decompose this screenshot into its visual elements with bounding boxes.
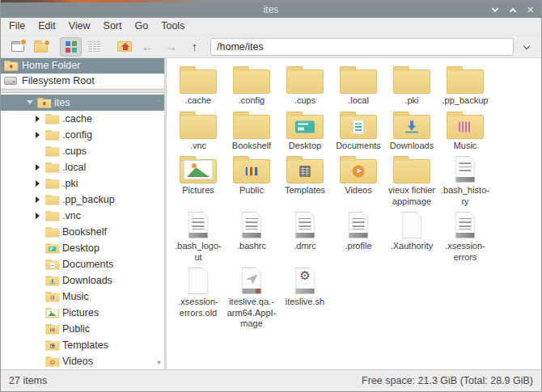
menu-item[interactable]: File (2, 18, 32, 35)
tree-item[interactable]: Desktop (1, 240, 164, 256)
expander-icon[interactable] (33, 292, 43, 301)
expander-icon[interactable] (33, 227, 43, 237)
file-item[interactable]: ⚙ iteslive.sh (278, 266, 332, 330)
scroll-up-arrow[interactable]: ▲ (156, 97, 162, 103)
menu-item[interactable]: View (62, 18, 97, 35)
expander-icon[interactable] (33, 195, 43, 204)
expander-icon[interactable] (33, 146, 43, 156)
folder-documents-icon (340, 112, 377, 139)
tree-item[interactable]: Videos (1, 353, 164, 369)
expander-icon[interactable] (33, 243, 43, 253)
file-item[interactable]: .Xauthority (385, 210, 438, 263)
menu-item[interactable]: Edit (32, 18, 62, 35)
file-item[interactable]: .cups (278, 65, 332, 107)
tree-item[interactable]: .pp_backup (1, 192, 164, 208)
up-button[interactable]: ↑ (184, 37, 205, 57)
file-item[interactable]: Documents (332, 110, 385, 152)
tree-item[interactable]: .local (1, 159, 164, 175)
file-item[interactable]: .xsession- errors (438, 210, 492, 263)
expander-icon[interactable] (33, 356, 43, 366)
expander-icon[interactable] (33, 162, 43, 172)
place-item[interactable]: Home Folder (1, 58, 164, 74)
tree-item[interactable]: .vnc (1, 208, 164, 224)
file-item[interactable]: Videos (332, 154, 385, 207)
tree-item[interactable]: Public (1, 321, 164, 337)
maximize-button[interactable] (507, 5, 518, 15)
file-label: Pictures (182, 185, 214, 196)
drive-icon (4, 75, 19, 86)
file-item[interactable]: .bashrc (225, 210, 278, 263)
file-item[interactable]: iteslive.qa.- arm64.AppI- mage (225, 266, 278, 330)
expander-icon[interactable] (33, 114, 43, 124)
file-label: Bookshelf (232, 141, 271, 152)
up-arrow-icon: ↑ (192, 40, 198, 53)
file-view[interactable]: .cache .config .cups .local .pki (167, 58, 541, 369)
path-dropdown-button[interactable] (518, 37, 536, 57)
tree-item[interactable]: Documents (1, 256, 164, 272)
file-item[interactable]: .local (332, 65, 385, 107)
file-item[interactable]: .vnc (171, 110, 225, 152)
place-label: Home Folder (22, 60, 80, 71)
tree-item[interactable]: Bookshelf (1, 224, 164, 240)
tree-item[interactable]: .cache (1, 111, 164, 127)
expander-icon[interactable] (33, 324, 43, 334)
tree-item[interactable]: Music (1, 289, 164, 305)
file-item[interactable]: Desktop (278, 110, 332, 152)
file-item[interactable]: .config (225, 65, 278, 107)
expander-icon[interactable] (33, 130, 43, 140)
expander-icon[interactable] (33, 340, 43, 350)
file-item[interactable]: Music (438, 110, 492, 152)
file-item[interactable]: .cache (171, 65, 225, 107)
close-button[interactable]: ✕ (525, 5, 536, 15)
tree-item[interactable]: ites (1, 95, 164, 111)
file-item[interactable]: Templates (278, 154, 332, 207)
expander-icon[interactable] (33, 308, 43, 318)
menu-item[interactable]: Go (129, 18, 155, 35)
file-item[interactable]: .profile (332, 210, 385, 263)
home-button[interactable] (113, 37, 135, 57)
expander-icon[interactable] (33, 276, 43, 285)
tree-item[interactable]: Pictures (1, 305, 164, 321)
file-item[interactable]: .dmrc (278, 210, 332, 263)
list-view-button[interactable] (83, 37, 105, 57)
new-window-button[interactable] (6, 37, 28, 57)
file-item[interactable]: Pictures (171, 154, 225, 207)
expander-icon[interactable] (25, 98, 35, 107)
folder-icon (340, 66, 377, 94)
tree-item[interactable]: .cups (1, 143, 164, 159)
file-item[interactable]: .xsession- errors.old (171, 266, 225, 330)
expander-icon[interactable] (33, 259, 43, 269)
expander-icon[interactable] (33, 179, 43, 188)
file-item[interactable]: .pp_backup (438, 65, 492, 107)
forward-button[interactable]: → (160, 37, 182, 57)
tree-item[interactable]: Downloads (1, 272, 164, 289)
directory-tree: ▲ ▼ ites .cache .config (1, 93, 164, 369)
text-file-icon (233, 212, 270, 239)
file-label: Documents (336, 141, 381, 152)
tree-item[interactable]: Templates (1, 337, 164, 353)
file-item[interactable]: vieux fichier appimage (385, 154, 438, 207)
menu-item[interactable]: Tools (155, 18, 191, 35)
scroll-down-arrow[interactable]: ▼ (156, 360, 162, 365)
chevron-down-icon (523, 42, 530, 48)
place-item[interactable]: Filesystem Root (1, 74, 164, 89)
tree-item[interactable]: .config (1, 127, 164, 143)
file-item[interactable]: Public (225, 154, 278, 207)
back-button[interactable]: ← (137, 37, 159, 57)
menu-item[interactable]: Sort (97, 18, 129, 35)
new-tab-button[interactable] (30, 37, 52, 57)
file-item[interactable]: .pki (385, 65, 438, 107)
file-item[interactable]: Downloads (385, 110, 438, 152)
file-label: .xsession- errors.old (178, 297, 218, 318)
folder-pictures-icon (180, 156, 217, 183)
file-item[interactable]: Bookshelf (225, 110, 278, 152)
tree-item[interactable]: .pki (1, 175, 164, 192)
file-item[interactable]: .bash_histo- ry (438, 154, 492, 207)
icon-view-button[interactable] (60, 37, 82, 57)
path-input[interactable] (210, 38, 514, 56)
titlebar[interactable]: ites ✕ (1, 2, 541, 18)
minimize-button[interactable] (489, 5, 500, 15)
place-label: Filesystem Root (22, 75, 95, 86)
expander-icon[interactable] (33, 211, 43, 221)
file-item[interactable]: .bash_logo- ut (171, 210, 225, 263)
